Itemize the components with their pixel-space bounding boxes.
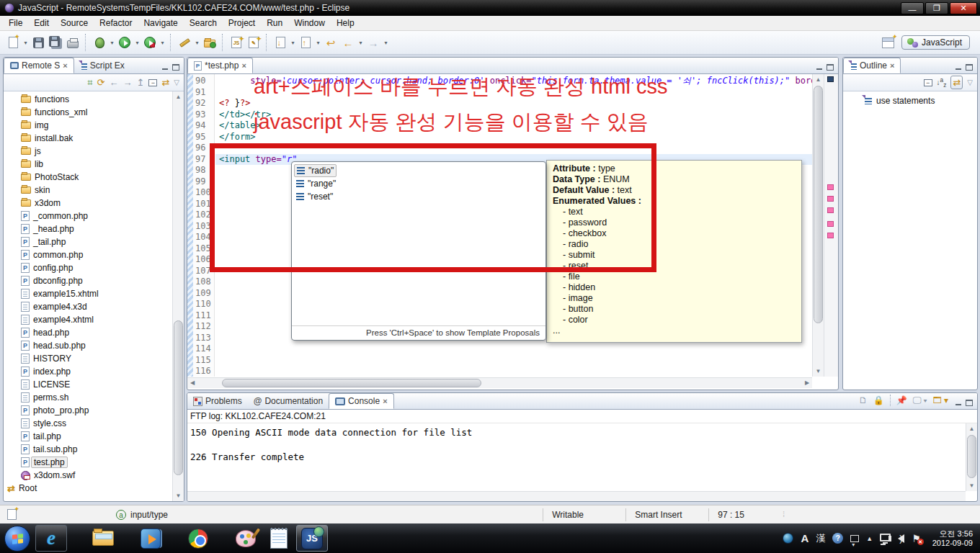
action-center-icon[interactable]: ⚑ — [912, 534, 921, 544]
panel-minimize-icon[interactable] — [161, 64, 169, 71]
taskbar-paint[interactable] — [230, 525, 262, 552]
menu-refactor[interactable]: Refactor — [94, 17, 138, 30]
outline-minimize-icon[interactable] — [955, 64, 962, 71]
taskbar-eclipse[interactable]: JS — [296, 525, 328, 552]
pin-console-icon[interactable]: 📌 — [896, 395, 907, 405]
show-hidden-icons[interactable]: ▲ — [866, 535, 873, 542]
outline-tab-close-icon[interactable]: × — [890, 61, 894, 70]
tree-item-photo_pro.php[interactable]: Pphoto_pro.php — [4, 404, 172, 417]
tree-item-js[interactable]: js — [4, 145, 172, 158]
taskbar-explorer[interactable] — [87, 525, 119, 552]
new-js-file-button[interactable]: JS — [228, 34, 245, 51]
ime-globe-icon[interactable] — [783, 533, 793, 544]
task-marker[interactable] — [827, 233, 834, 238]
console-maximize-icon[interactable] — [966, 400, 973, 406]
tab-console[interactable]: Console × — [329, 393, 393, 409]
task-marker[interactable] — [827, 207, 834, 213]
up-nav-icon[interactable]: ↥ — [136, 77, 144, 88]
tree-item-index.php[interactable]: Pindex.php — [4, 365, 172, 378]
tab-script-explorer[interactable]: Script Ex — [74, 58, 130, 73]
console-scrollbar[interactable]: ▲ ▼ — [966, 423, 977, 491]
editor-minimize-icon[interactable] — [816, 64, 823, 71]
close-button[interactable]: ✕ — [950, 2, 977, 14]
save-button[interactable] — [30, 34, 47, 51]
run-dropdown[interactable]: ▾ — [133, 34, 141, 51]
external-tools-dropdown[interactable]: ▾ — [159, 34, 166, 51]
tree-scrollbar[interactable]: ▲ ▼ — [172, 91, 184, 501]
link-editor-icon[interactable]: ⇄ — [161, 77, 169, 88]
marker-pen-button[interactable] — [176, 34, 193, 51]
outline-view-menu-icon[interactable]: ▽ — [967, 78, 973, 86]
save-all-button[interactable] — [47, 34, 64, 51]
tree-item-tail.php[interactable]: Ptail.php — [4, 430, 172, 443]
tree-item-PhotoStack[interactable]: PhotoStack — [4, 171, 172, 184]
tree-item-functions[interactable]: functions — [4, 93, 172, 106]
editor-scroll-down-icon[interactable]: ▼ — [813, 366, 824, 377]
maximize-button[interactable]: ❐ — [925, 2, 948, 14]
editor-horizontal-scrollbar[interactable]: ◀ ▶ — [187, 377, 812, 388]
open-perspective-button[interactable] — [880, 34, 897, 51]
outline-link-editor-icon[interactable]: ⇄ — [950, 76, 963, 89]
tree-item-example4.xhtml[interactable]: example4.xhtml — [4, 313, 172, 326]
minimize-button[interactable]: — — [901, 2, 924, 14]
back-nav-icon[interactable]: ← — [109, 77, 118, 88]
menu-window[interactable]: Window — [288, 17, 331, 30]
debug-button[interactable] — [91, 34, 108, 51]
panel-maximize-icon[interactable] — [172, 64, 179, 71]
menu-navigate[interactable]: Navigate — [138, 17, 183, 30]
export-button[interactable] — [297, 34, 314, 51]
new-connection-icon[interactable]: ⌗ — [87, 77, 92, 89]
code-line-114[interactable] — [215, 343, 812, 355]
task-marker[interactable] — [827, 184, 834, 190]
tree-item-config.php[interactable]: Pconfig.php — [4, 261, 172, 274]
task-marker[interactable] — [827, 221, 834, 227]
new-js-snippet-button[interactable]: ✎ — [245, 34, 262, 51]
taskbar-notepad[interactable] — [263, 525, 295, 552]
console-scroll-down-icon[interactable]: ▼ — [966, 480, 977, 491]
tree-item-common.php[interactable]: Pcommon.php — [4, 248, 172, 261]
tree-item-x3dom.swf[interactable]: x3dom.swf — [4, 469, 172, 482]
tree-item-example4.x3d[interactable]: example4.x3d — [4, 300, 172, 313]
console-horizontal-scrollbar[interactable] — [187, 491, 966, 501]
forward-nav-icon[interactable]: → — [122, 77, 132, 88]
outline-maximize-icon[interactable] — [966, 64, 973, 71]
menu-help[interactable]: Help — [331, 17, 360, 30]
editor-scroll-up-icon[interactable]: ▲ — [813, 74, 824, 85]
ime-lang-a[interactable]: A — [801, 532, 808, 544]
tree-item-style.css[interactable]: style.css — [4, 417, 172, 430]
view-menu-icon[interactable]: ▽ — [174, 78, 179, 86]
editor-vertical-scrollbar[interactable]: ▲ ▼ — [812, 74, 824, 377]
back-dropdown[interactable]: ▾ — [357, 34, 365, 51]
back-button[interactable]: ← — [339, 34, 357, 51]
tree-item-tail.sub.php[interactable]: Ptail.sub.php — [4, 443, 172, 456]
tree-item-example15.xhtml[interactable]: example15.xhtml — [4, 287, 172, 300]
menu-search[interactable]: Search — [184, 17, 223, 30]
tree-item-test.php[interactable]: Ptest.php — [4, 456, 172, 469]
task-marker[interactable] — [827, 196, 834, 202]
open-console-icon[interactable]: 🗔 ▾ — [933, 395, 948, 405]
scroll-down-icon[interactable]: ▼ — [173, 490, 184, 501]
fast-view-icon[interactable] — [7, 509, 17, 520]
editor-tab-close-icon[interactable]: × — [241, 61, 246, 70]
tree-item-Root[interactable]: ⇄Root — [4, 482, 172, 495]
tree-item-functions_xml[interactable]: functions_xml — [4, 106, 172, 119]
menu-file[interactable]: File — [3, 17, 28, 30]
external-tools-button[interactable] — [141, 34, 159, 51]
display-console-icon[interactable]: 🖵 ▾ — [913, 395, 927, 405]
scroll-up-icon[interactable]: ▲ — [173, 91, 184, 102]
last-edit-location-button[interactable]: ↩ — [322, 34, 339, 51]
tab-test-php[interactable]: P *test.php × — [187, 58, 253, 73]
taskbar-clock[interactable]: 오전 3:56 2012-09-09 — [928, 529, 973, 548]
tree-item-dbconfig.php[interactable]: Pdbconfig.php — [4, 274, 172, 287]
print-button[interactable] — [64, 34, 81, 51]
forward-dropdown[interactable]: ▾ — [382, 34, 390, 51]
outline-collapse-all-icon[interactable]: − — [924, 79, 932, 86]
sort-icon[interactable]: ↓az — [937, 76, 947, 89]
volume-icon[interactable] — [898, 534, 904, 543]
tree-item-HISTORY[interactable]: HISTORY — [4, 352, 172, 365]
code-line-116[interactable] — [215, 366, 812, 377]
tree-item-x3dom[interactable]: x3dom — [4, 197, 172, 210]
tree-item-install.bak[interactable]: install.bak — [4, 132, 172, 145]
console-output[interactable]: 150 Opening ASCII mode data connection f… — [187, 423, 966, 491]
marker-pen-dropdown[interactable]: ▾ — [193, 34, 201, 51]
